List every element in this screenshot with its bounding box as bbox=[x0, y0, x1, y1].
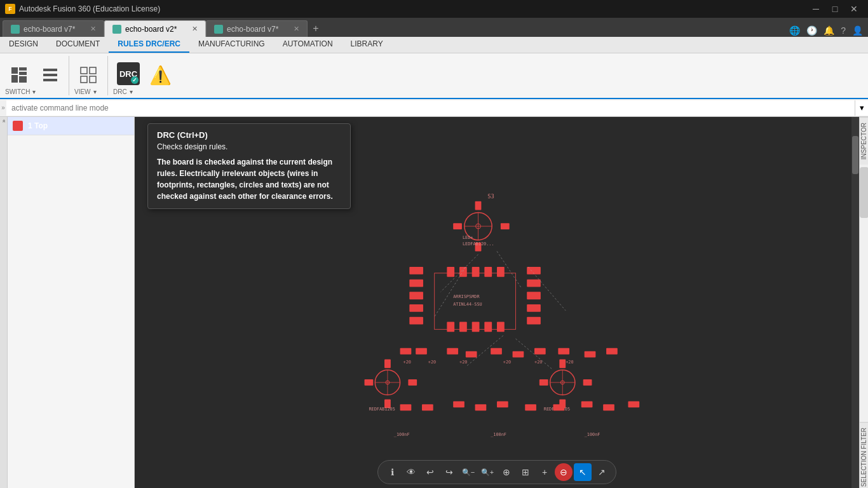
layer-label-top: 1 Top bbox=[28, 121, 48, 130]
canvas-scrollbar[interactable] bbox=[851, 117, 859, 488]
switch-btn-2[interactable] bbox=[36, 63, 64, 87]
minimize-button[interactable]: ─ bbox=[807, 0, 825, 18]
svg-rect-86 bbox=[525, 404, 536, 410]
svg-rect-37 bbox=[472, 322, 480, 332]
svg-rect-20 bbox=[475, 201, 482, 210]
svg-rect-81 bbox=[400, 404, 412, 410]
switch-label[interactable]: SWITCH ▾ bbox=[5, 88, 36, 95]
tab-nav-user[interactable]: 👤 bbox=[850, 24, 865, 37]
pan-button[interactable]: ↗ bbox=[593, 463, 611, 481]
ribbon-tab-rules[interactable]: RULES DRC/ERC bbox=[109, 36, 189, 53]
tab-add-button[interactable]: + bbox=[308, 20, 324, 37]
svg-rect-89 bbox=[603, 404, 614, 410]
tab-nav-clock[interactable]: 🕐 bbox=[804, 24, 820, 37]
left-panel-toggle[interactable]: » bbox=[0, 104, 6, 111]
svg-rect-78 bbox=[558, 348, 569, 355]
svg-rect-32 bbox=[472, 267, 480, 277]
command-dropdown[interactable]: ▾ bbox=[855, 100, 868, 116]
zoom-fit-button[interactable]: ⊕ bbox=[498, 463, 515, 481]
eye-button[interactable]: 👁 bbox=[402, 463, 420, 481]
ribbon-tab-document[interactable]: DOCUMENT bbox=[47, 36, 109, 53]
undo-button[interactable]: ↩ bbox=[421, 463, 439, 481]
warning-icon: ⚠️ bbox=[150, 65, 170, 85]
svg-rect-27 bbox=[409, 304, 423, 312]
maximize-button[interactable]: □ bbox=[826, 0, 844, 18]
tab-close-3[interactable]: ✕ bbox=[294, 25, 299, 33]
view-label[interactable]: VIEW ▾ bbox=[74, 88, 97, 95]
layer-top[interactable]: 1 Top bbox=[8, 117, 134, 135]
svg-rect-2 bbox=[19, 72, 27, 75]
svg-rect-39 bbox=[497, 322, 505, 332]
svg-rect-6 bbox=[43, 74, 57, 76]
tab-echo-board-v7-2[interactable]: echo-board v7* ✕ bbox=[206, 20, 308, 37]
svg-rect-34 bbox=[497, 267, 505, 277]
svg-text:+20: +20 bbox=[403, 360, 411, 365]
svg-rect-88 bbox=[581, 401, 593, 407]
svg-rect-66 bbox=[539, 379, 548, 386]
svg-text:ARRISPSMDR: ARRISPSMDR bbox=[453, 294, 480, 299]
svg-text:ATINL44-SSU: ATINL44-SSU bbox=[453, 302, 482, 307]
svg-rect-24 bbox=[409, 267, 423, 274]
selection-filter-toggle[interactable]: SELECTION FILTER bbox=[860, 422, 868, 488]
tab-echo-board-v7-1[interactable]: echo-board v7* ✕ bbox=[3, 20, 104, 37]
svg-text:+20: +20 bbox=[428, 360, 436, 365]
svg-rect-30 bbox=[447, 267, 454, 277]
canvas-area[interactable]: DRC (Ctrl+D) Checks design rules. The bo… bbox=[135, 117, 859, 488]
ribbon-tab-automation[interactable]: AUTOMATION bbox=[274, 36, 342, 53]
svg-rect-19 bbox=[501, 223, 510, 229]
right-sidebar-scrollbar[interactable] bbox=[860, 167, 868, 218]
ribbon-tabs: DESIGN DOCUMENT RULES DRC/ERC MANUFACTUR… bbox=[0, 37, 868, 53]
bottom-toolbar: ℹ 👁 ↩ ↪ 🔍− 🔍+ ⊕ ⊞ + ⊖ ↖ ↗ bbox=[377, 460, 616, 484]
view-icon-1 bbox=[78, 65, 98, 85]
tab-nav-globe[interactable]: 🌐 bbox=[787, 24, 803, 37]
svg-rect-9 bbox=[90, 67, 96, 74]
zoom-out-small-button[interactable]: 🔍− bbox=[459, 463, 477, 481]
redo-button[interactable]: ↪ bbox=[440, 463, 458, 481]
svg-rect-57 bbox=[365, 379, 374, 386]
left-sidebar-handle[interactable]: » bbox=[0, 117, 8, 488]
layer-color-top bbox=[13, 121, 23, 131]
select-button[interactable]: ↖ bbox=[574, 463, 592, 481]
zoom-in-button[interactable]: 🔍+ bbox=[478, 463, 496, 481]
svg-rect-74 bbox=[466, 351, 477, 358]
svg-rect-7 bbox=[43, 79, 57, 81]
svg-rect-36 bbox=[459, 322, 467, 332]
canvas-scrollbar-thumb[interactable] bbox=[852, 136, 858, 174]
svg-rect-59 bbox=[384, 360, 391, 369]
tab-label-2: echo-board v2* bbox=[125, 25, 177, 34]
svg-rect-31 bbox=[459, 267, 467, 277]
command-input[interactable] bbox=[6, 100, 855, 116]
tooltip-subtitle: Checks design rules. bbox=[157, 142, 341, 151]
view-buttons bbox=[74, 56, 102, 87]
info-button[interactable]: ℹ bbox=[383, 463, 401, 481]
switch-icon-1 bbox=[9, 65, 29, 85]
tab-close-2[interactable]: ✕ bbox=[192, 25, 198, 33]
ribbon-tab-library[interactable]: LIBRARY bbox=[342, 36, 392, 53]
svg-text:+20: +20 bbox=[534, 360, 542, 365]
inspector-panel-toggle[interactable]: INSPECTOR bbox=[860, 117, 868, 165]
svg-rect-71 bbox=[400, 348, 412, 355]
tab-nav-bell[interactable]: 🔔 bbox=[821, 24, 837, 37]
ribbon: DESIGN DOCUMENT RULES DRC/ERC MANUFACTUR… bbox=[0, 37, 868, 99]
ribbon-tab-design[interactable]: DESIGN bbox=[0, 36, 47, 53]
grid-button[interactable]: ⊞ bbox=[517, 463, 534, 481]
svg-rect-73 bbox=[447, 348, 458, 355]
drc-warning-button[interactable]: ⚠️ bbox=[146, 63, 174, 87]
tab-nav-help[interactable]: ? bbox=[838, 24, 848, 37]
tab-icon-2 bbox=[112, 25, 121, 34]
plus-button[interactable]: + bbox=[536, 463, 553, 481]
drc-label[interactable]: DRC ▾ bbox=[113, 88, 133, 95]
tooltip-title: DRC (Ctrl+D) bbox=[157, 130, 341, 140]
view-group: VIEW ▾ bbox=[74, 56, 108, 95]
view-btn-1[interactable] bbox=[74, 63, 102, 87]
close-button[interactable]: ✕ bbox=[845, 0, 863, 18]
switch-btn-1[interactable] bbox=[5, 63, 33, 87]
right-sidebar: INSPECTOR SELECTION FILTER bbox=[859, 117, 868, 488]
svg-rect-11 bbox=[90, 76, 96, 83]
zoom-out-button[interactable]: ⊖ bbox=[555, 463, 573, 481]
ribbon-tab-manufacturing[interactable]: MANUFACTURING bbox=[189, 36, 274, 53]
svg-rect-58 bbox=[408, 379, 417, 386]
tab-echo-board-v2[interactable]: echo-board v2* ✕ bbox=[104, 20, 206, 37]
drc-button[interactable]: DRC ✓ bbox=[113, 60, 144, 87]
tab-close-1[interactable]: ✕ bbox=[90, 25, 96, 33]
